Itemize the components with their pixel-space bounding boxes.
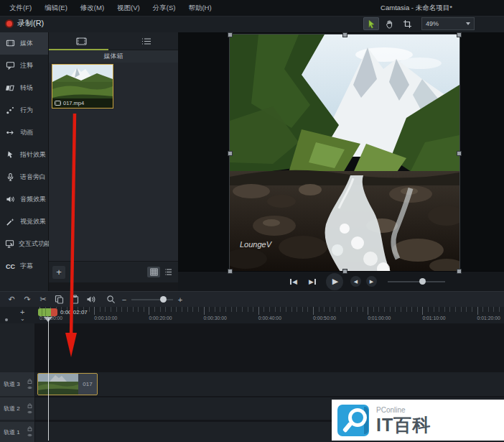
track-options-dot-icon[interactable] xyxy=(5,318,8,321)
timeline-zoom-controls: − + xyxy=(105,295,184,304)
timeline-clip-017[interactable]: 017 xyxy=(37,373,98,395)
sidebar-item[interactable]: 动画 xyxy=(0,121,48,144)
window-title: Camtasia - 未命名项目* xyxy=(337,0,495,16)
sidebar-item-label: 字幕 xyxy=(20,262,33,271)
hand-tool-button[interactable] xyxy=(381,17,397,30)
sidebar-item-label: 行为 xyxy=(20,106,33,115)
track-header[interactable]: 轨道 1 xyxy=(0,422,34,442)
timeline-ruler[interactable]: 0:00:00:000:00:10:000:00:20:000:00:30:00… xyxy=(34,307,504,323)
sidebar-item[interactable]: 指针效果 xyxy=(0,144,48,166)
sidebar-item[interactable]: 音频效果 xyxy=(0,188,48,211)
sidebar-item-label: 指针效果 xyxy=(20,150,46,160)
menu-item-5[interactable]: 帮助(H) xyxy=(182,0,218,16)
grid-view-button[interactable] xyxy=(147,267,160,277)
track-lock-eye-icons[interactable] xyxy=(27,379,34,390)
resize-handle[interactable] xyxy=(228,269,233,274)
sidebar-item[interactable]: 视觉效果 xyxy=(0,211,48,233)
timeline-zoom-knob[interactable] xyxy=(160,296,167,303)
split-audio-button[interactable] xyxy=(85,295,96,304)
resize-handle[interactable] xyxy=(457,151,462,156)
library-tab[interactable] xyxy=(113,32,178,50)
resize-handle[interactable] xyxy=(457,269,462,274)
previous-icon: ◀ xyxy=(354,279,358,285)
cursor-tool-button[interactable] xyxy=(363,17,379,30)
media-bin-title: 媒体箱 xyxy=(49,50,178,63)
site-watermark: PConline IT百科 xyxy=(332,400,504,441)
copy-button[interactable] xyxy=(53,295,65,304)
menu-item-3[interactable]: 视图(V) xyxy=(111,0,146,16)
resize-handle[interactable] xyxy=(457,32,462,37)
sidebar-item-label: 动画 xyxy=(20,128,33,137)
sidebar-item[interactable]: 语音旁白 xyxy=(0,166,48,188)
record-button[interactable]: 录制(R) xyxy=(5,18,44,29)
track-lane[interactable] xyxy=(35,372,504,396)
video-watermark-text: LoungeV xyxy=(240,240,273,249)
playhead-line[interactable] xyxy=(48,318,49,441)
undo-button[interactable]: ↶ xyxy=(6,295,17,304)
collapse-tracks-chevron-icon[interactable]: ⌄ xyxy=(20,316,25,322)
redo-icon: ↷ xyxy=(24,295,30,304)
resize-handle[interactable] xyxy=(342,269,347,274)
video-frame: LoungeV xyxy=(230,34,459,272)
play-button[interactable]: ▶ xyxy=(326,273,343,290)
visual-effects-icon xyxy=(5,217,16,226)
step-forward-button[interactable]: ▶ xyxy=(306,276,319,287)
ruler-major-ticks xyxy=(39,307,504,315)
sidebar-item[interactable]: CC字幕 xyxy=(0,255,48,277)
track-header[interactable]: 轨道 3 xyxy=(0,372,34,396)
menu-item-4[interactable]: 分享(S) xyxy=(146,0,182,16)
add-media-button[interactable]: + xyxy=(52,266,65,279)
sidebar-item[interactable]: 注释 xyxy=(0,55,48,77)
menu-item-0[interactable]: 文件(F) xyxy=(3,0,38,16)
magnifier-icon xyxy=(106,295,116,304)
crop-tool-button[interactable] xyxy=(399,17,415,30)
media-icon xyxy=(5,39,16,48)
playhead-out-handle[interactable] xyxy=(51,308,57,316)
ruler-tick-label: 0:00:30:00 xyxy=(204,316,227,321)
redo-button[interactable]: ↷ xyxy=(22,295,33,304)
sidebar-item[interactable]: 转场 xyxy=(0,77,48,99)
media-item-name: 017.mp4 xyxy=(63,100,84,106)
resize-handle[interactable] xyxy=(228,32,233,37)
menu-item-2[interactable]: 修改(M) xyxy=(74,0,111,16)
track-header[interactable]: 轨道 2 xyxy=(0,397,34,420)
preview-slider-track[interactable] xyxy=(388,281,445,282)
sidebar-item[interactable]: 交互式功能 xyxy=(0,233,48,255)
video-canvas[interactable]: LoungeV xyxy=(230,34,459,272)
timeline-zoom-slider[interactable] xyxy=(131,299,173,300)
menu-item-1[interactable]: 编辑(E) xyxy=(38,0,74,16)
magnifier-button[interactable] xyxy=(105,295,116,304)
zoom-out-button[interactable]: − xyxy=(121,295,128,304)
track-lock-eye-icons[interactable] xyxy=(27,403,34,415)
track-lock-eye-icons[interactable] xyxy=(27,426,34,438)
timeline-toolbar: ↶ ↷ ✂ − xyxy=(0,291,504,307)
cut-icon: ✂ xyxy=(39,295,46,304)
step-back-button[interactable]: ◀ xyxy=(287,276,300,287)
annotations-icon xyxy=(5,61,16,70)
canvas-zoom-dropdown[interactable]: 49% xyxy=(421,17,475,30)
camtasia-window: 文件(F)编辑(E)修改(M)视图(V)分享(S)帮助(H) Camtasia … xyxy=(0,0,504,442)
list-view-button[interactable] xyxy=(162,267,174,277)
resize-handle[interactable] xyxy=(228,151,233,156)
media-panel-footer: + xyxy=(49,261,178,282)
voice-narration-icon xyxy=(5,172,16,182)
zoom-in-button[interactable]: + xyxy=(177,295,184,304)
resize-handle[interactable] xyxy=(342,32,347,37)
sidebar-item[interactable]: 媒体 xyxy=(0,32,48,55)
paste-button[interactable] xyxy=(69,295,80,304)
preview-slider-knob[interactable] xyxy=(419,278,426,285)
transitions-icon xyxy=(5,83,16,93)
media-bin-panel: 媒体箱 017.mp4 + xyxy=(49,32,178,282)
ruler-tick-label: 0:01:20:00 xyxy=(477,316,500,321)
media-bin-item[interactable]: 017.mp4 xyxy=(52,64,113,109)
audio-effects-icon xyxy=(5,195,16,204)
previous-button[interactable]: ◀ xyxy=(350,276,361,287)
canvas-zoom-value: 49% xyxy=(426,20,439,27)
cut-button[interactable]: ✂ xyxy=(37,295,49,304)
video-file-icon xyxy=(55,101,61,106)
playhead-in-handle[interactable] xyxy=(38,308,51,316)
next-button[interactable]: ▶ xyxy=(366,276,377,287)
media-bin-tab[interactable] xyxy=(49,32,113,50)
preview-pane: LoungeV ◀ ▶ ▶ ◀ ▶ xyxy=(178,32,504,291)
sidebar-item[interactable]: 行为 xyxy=(0,99,48,121)
